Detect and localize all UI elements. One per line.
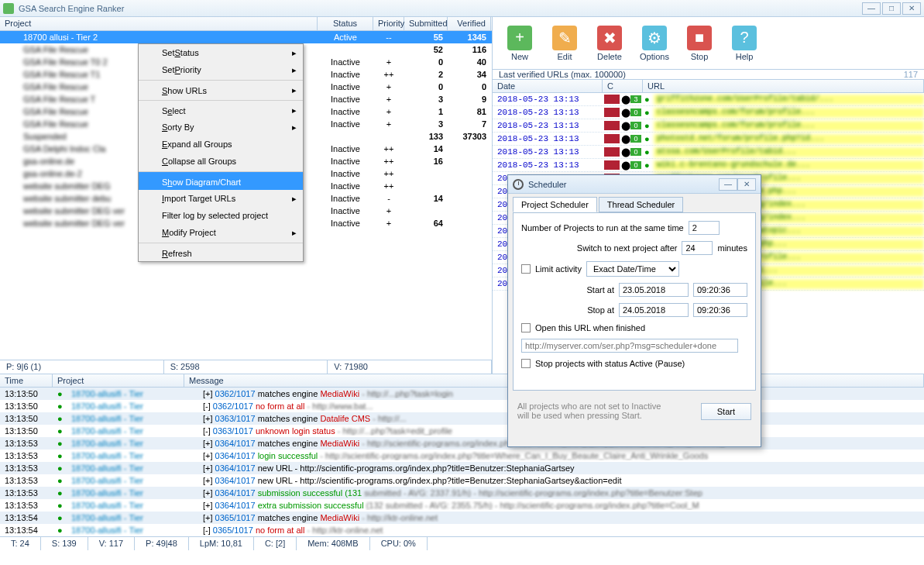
log-list[interactable]: 13:13:50●18700-allusifi - Tier[+] 0362/1… xyxy=(0,388,924,536)
scheduler-close[interactable]: ✕ xyxy=(737,178,756,191)
log-row: 13:13:50●18700-allusifi - Tier[-] 0362/1… xyxy=(0,400,924,412)
open-url-checkbox[interactable] xyxy=(521,323,531,332)
log-row: 13:13:53●18700-allusifi - Tier[+] 0364/1… xyxy=(0,437,924,450)
url-header: Date C URL xyxy=(493,79,924,93)
main-toolbar: +New✎Edit✖Delete⚙Options■Stop?Help xyxy=(493,17,924,70)
col-date[interactable]: Date xyxy=(493,80,603,92)
log-row: 13:13:53●18700-allusifi - Tier[+] 0364/1… xyxy=(0,487,924,499)
col-priority[interactable]: Priority xyxy=(373,17,404,30)
switch-minutes-input[interactable] xyxy=(682,241,713,255)
scheduler-titlebar[interactable]: Scheduler — ✕ xyxy=(508,175,761,194)
num-projects-input[interactable] xyxy=(689,221,720,235)
start-time-input[interactable] xyxy=(693,283,747,297)
menu-show-diagram-chart[interactable]: Show Diagram/Chart xyxy=(139,171,303,190)
url-row[interactable]: 2018-05-23 13:13⬤0●classesncamps.com/for… xyxy=(493,106,924,119)
col-submitted[interactable]: Submitted xyxy=(404,17,448,30)
col-project[interactable]: Project xyxy=(0,17,318,30)
log-row: 13:13:50●18700-allusifi - Tier[+] 0363/1… xyxy=(0,412,924,425)
col-verified[interactable]: Verified xyxy=(448,17,491,30)
col-c[interactable]: C xyxy=(603,80,643,92)
col-url[interactable]: URL xyxy=(643,80,924,92)
project-row[interactable]: 18700 allusi - Tier 2Active--551345 xyxy=(0,31,492,43)
delete-button[interactable]: ✖Delete xyxy=(590,22,629,64)
log-row: 13:13:54●18700-allusifi - Tier[-] 0365/1… xyxy=(0,524,924,536)
url-row[interactable]: 2018-05-23 13:13⬤0●photostd.net/forum/pr… xyxy=(493,133,924,146)
log-row: 13:13:54●18700-allusifi - Tier[+] 0365/1… xyxy=(0,512,924,524)
close-button[interactable]: ✕ xyxy=(902,2,921,15)
col-project[interactable]: Project xyxy=(53,374,184,387)
menu-refresh[interactable]: Refresh xyxy=(139,243,303,261)
menu-modify-project[interactable]: Modify Project▸ xyxy=(139,224,303,241)
menu-import-target-urls[interactable]: Import Target URLs▸ xyxy=(139,190,303,207)
menu-set-status[interactable]: Set Status▸ xyxy=(139,44,303,61)
project-stats: P: 9|6 (1) S: 2598 V: 71980 xyxy=(0,360,492,374)
url-row[interactable]: 2018-05-23 13:13⬤3●griffithzone.com/User… xyxy=(493,93,924,106)
url-row[interactable]: 2018-05-23 13:13⬤0●wiki.c-brentano-grund… xyxy=(493,159,924,172)
minimize-button[interactable]: — xyxy=(862,2,881,15)
menu-show-urls[interactable]: Show URLs▸ xyxy=(139,80,303,98)
stat-p: P: 9|6 (1) xyxy=(0,360,164,374)
log-row: 13:13:53●18700-allusifi - Tier[+] 0364/1… xyxy=(0,499,924,512)
start-button[interactable]: Start xyxy=(701,403,751,420)
stop-active-checkbox[interactable] xyxy=(521,359,531,368)
scheduler-minimize[interactable]: — xyxy=(719,178,737,191)
limit-activity-checkbox[interactable] xyxy=(521,264,531,274)
menu-set-priority[interactable]: Set Priority▸ xyxy=(139,61,303,78)
tab-thread-scheduler[interactable]: Thread Scheduler xyxy=(599,197,683,212)
scheduler-hint: All projects who are not set to Inactive… xyxy=(517,401,672,420)
edit-button[interactable]: ✎Edit xyxy=(545,22,584,64)
url-row[interactable]: 2018-05-23 13:13⬤0●classesncamps.com/for… xyxy=(493,119,924,133)
log-row: 13:13:53●18700-allusifi - Tier[+] 0364/1… xyxy=(0,474,924,487)
finish-url-input[interactable] xyxy=(521,339,738,353)
window-title: GSA Search Engine Ranker xyxy=(19,4,862,13)
verified-header: Last verified URLs (max. 100000) 117 xyxy=(493,70,924,79)
clock-icon xyxy=(513,179,524,190)
stat-s: S: 2598 xyxy=(164,360,328,374)
log-row: 13:13:50●18700-allusifi - Tier[-] 0363/1… xyxy=(0,425,924,437)
help-button[interactable]: ?Help xyxy=(725,22,764,64)
log-row: 13:13:50●18700-allusifi - Tier[+] 0362/1… xyxy=(0,388,924,400)
menu-sorty-by[interactable]: Sorty By▸ xyxy=(139,119,303,136)
stop-time-input[interactable] xyxy=(693,303,747,317)
maximize-button[interactable]: □ xyxy=(882,2,901,15)
options-button[interactable]: ⚙Options xyxy=(635,22,674,64)
menu-collapse-all-groups[interactable]: Collapse all Groups xyxy=(139,153,303,170)
log-row: 13:13:53●18700-allusifi - Tier[+] 0364/1… xyxy=(0,462,924,474)
col-status[interactable]: Status xyxy=(318,17,373,30)
scheduler-dialog[interactable]: Scheduler — ✕ Project Scheduler Thread S… xyxy=(507,174,761,447)
stat-v: V: 71980 xyxy=(328,360,492,374)
status-bar: T: 24 S: 139 V: 117 P: 49|48 LpM: 10,81 … xyxy=(0,536,924,550)
menu-expand-all-groups[interactable]: Expand all Groups xyxy=(139,136,303,153)
menu-filter-log-by-selected-project[interactable]: Filter log by selected project xyxy=(139,207,303,224)
menu-select[interactable]: Select▸ xyxy=(139,100,303,119)
url-row[interactable]: 2018-05-23 13:13⬤0●atssa.com/UserProfile… xyxy=(493,146,924,159)
app-icon xyxy=(3,3,14,14)
start-date-input[interactable] xyxy=(619,283,689,297)
window-titlebar: GSA Search Engine Ranker — □ ✕ xyxy=(0,0,924,17)
project-header: Project Status Priority Submitted Verifi… xyxy=(0,17,492,31)
log-header: Time Project Message xyxy=(0,374,924,388)
limit-mode-select[interactable]: Exact Date/Time xyxy=(586,261,679,277)
tab-project-scheduler[interactable]: Project Scheduler xyxy=(513,197,597,212)
stop-button[interactable]: ■Stop xyxy=(680,22,719,64)
log-row: 13:13:53●18700-allusifi - Tier[+] 0364/1… xyxy=(0,450,924,462)
col-time[interactable]: Time xyxy=(0,374,53,387)
new-button[interactable]: +New xyxy=(500,22,539,64)
context-menu[interactable]: Set Status▸Set Priority▸Show URLs▸Select… xyxy=(138,43,304,262)
stop-date-input[interactable] xyxy=(619,303,689,317)
